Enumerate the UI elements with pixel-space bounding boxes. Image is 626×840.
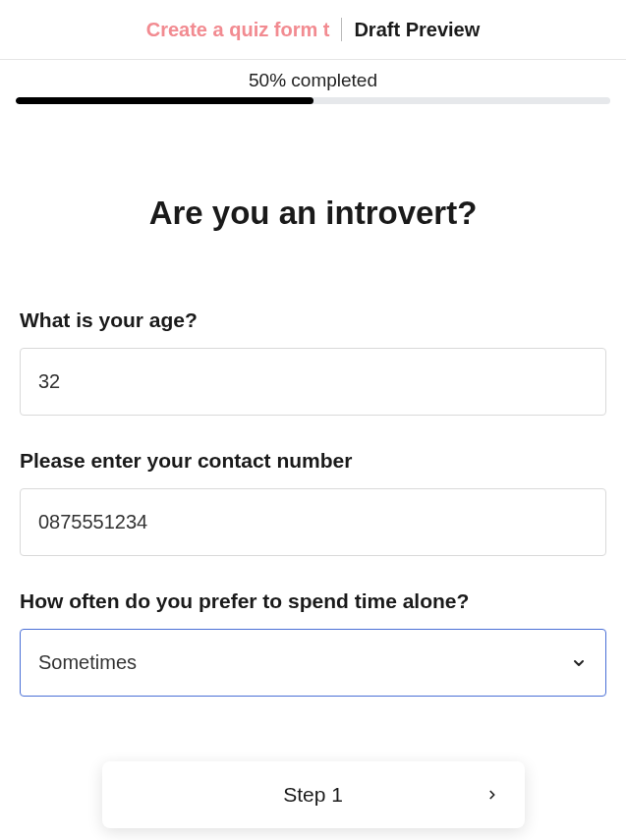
alone-select[interactable]: Sometimes <box>20 629 606 697</box>
contact-input[interactable] <box>20 488 606 556</box>
progress-section: 50% completed <box>0 60 626 110</box>
tab-create-quiz[interactable]: Create a quiz form t <box>135 19 342 41</box>
progress-fill <box>16 97 313 104</box>
chevron-right-icon <box>485 788 499 802</box>
field-contact-label: Please enter your contact number <box>20 449 606 473</box>
tab-draft-preview[interactable]: Draft Preview <box>342 19 491 41</box>
alone-select-value: Sometimes <box>38 651 137 674</box>
field-contact: Please enter your contact number <box>20 449 606 556</box>
age-input[interactable] <box>20 348 606 416</box>
chevron-down-icon <box>570 654 588 672</box>
progress-label: 50% completed <box>16 70 610 91</box>
field-age: What is your age? <box>20 308 606 416</box>
field-alone-label: How often do you prefer to spend time al… <box>20 589 606 613</box>
field-alone: How often do you prefer to spend time al… <box>20 589 606 697</box>
form-content: Are you an introvert? What is your age? … <box>0 195 626 697</box>
tabs-bar: Create a quiz form t Draft Preview <box>0 0 626 60</box>
progress-track <box>16 97 610 104</box>
field-age-label: What is your age? <box>20 308 606 332</box>
step-label: Step 1 <box>128 783 499 807</box>
step-button[interactable]: Step 1 <box>102 761 525 828</box>
quiz-title: Are you an introvert? <box>20 195 606 232</box>
